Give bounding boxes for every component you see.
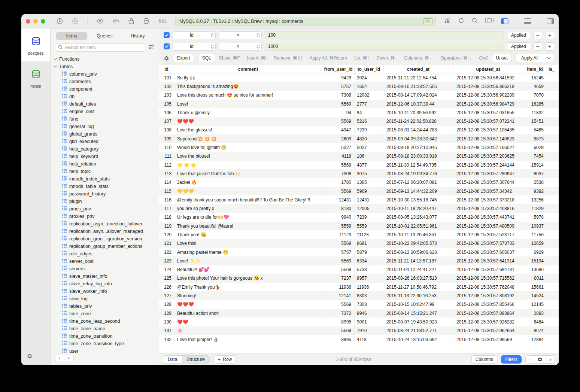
table-row[interactable]: 123Love! ✨✨556963342015-11-21 14:13:57.1…: [159, 256, 559, 265]
table-item-time_zone[interactable]: time_zone: [54, 310, 159, 317]
filter-column-select[interactable]: id: [173, 31, 216, 39]
focus-mode-icon[interactable]: [485, 18, 494, 25]
column-header-to_user_id[interactable]: to_user_id: [355, 65, 383, 73]
table-item-help_keyword[interactable]: help_keyword: [54, 153, 159, 160]
table-item-role_edges[interactable]: role_edges: [54, 250, 159, 258]
minimize-window-button[interactable]: [33, 19, 38, 24]
filter-applied-button[interactable]: Applied: [507, 31, 530, 39]
table-item-tables_priv[interactable]: tables_priv: [54, 303, 159, 310]
add-filter-button[interactable]: +: [545, 31, 554, 39]
table-item-func[interactable]: func: [54, 115, 159, 123]
sql-button[interactable]: SQL: [198, 54, 215, 62]
table-row[interactable]: 107❤️❤️❤️556952162015-11-24 22:02:58.828…: [159, 117, 559, 125]
connection-title-field[interactable]: MySQL 8.0.27 : TLSv1.2 : MySQL Brew : my…: [175, 17, 436, 26]
previous-page-icon[interactable]: ‹: [526, 356, 534, 363]
table-row[interactable]: 105Love!556927772015-12-06 10:37:39.4420…: [159, 100, 559, 108]
table-item-replication_asyn...ailover_managed[interactable]: replication_asyn...ailover_managed: [54, 228, 159, 235]
table-item-help_topic[interactable]: help_topic: [54, 168, 159, 175]
table-row[interactable]: 114Jacket 🔥178013652015-07-12 06:20:07.0…: [159, 178, 559, 187]
table-item-columns_priv[interactable]: columns_priv: [54, 70, 159, 78]
table-row[interactable]: 103Love this dress so much 😍 so nice for…: [159, 91, 559, 100]
filter-column-select[interactable]: id: [173, 43, 216, 51]
table-item-innodb_index_stats[interactable]: innodb_index_stats: [54, 175, 159, 183]
table-item-help_category[interactable]: help_category: [54, 145, 159, 153]
table-item-server_cost[interactable]: server_cost: [54, 258, 159, 265]
filter-enabled-checkbox[interactable]: [164, 43, 170, 49]
table-item-servers[interactable]: servers: [54, 265, 159, 273]
table-row[interactable]: 112🌟 🌟 🌟556948772015-11-30 12:54:49.7352…: [159, 161, 559, 169]
tree-section-functions[interactable]: Functions: [54, 55, 159, 63]
filter-options-icon[interactable]: [148, 44, 154, 51]
table-row[interactable]: 115💛💛💛556959692015-09-13 14:44:32.209201…: [159, 187, 559, 195]
table-row[interactable]: 126@Emily Thank you💃11936119362015-11-27…: [159, 283, 559, 291]
connection-mysql[interactable]: mysql: [21, 61, 50, 94]
next-page-icon[interactable]: ›: [546, 356, 555, 363]
table-row[interactable]: 102This background is amazing😍5757165420…: [159, 82, 559, 91]
table-item-global_grants[interactable]: global_grants: [54, 130, 159, 138]
table-row[interactable]: 127Stunning!1214183032015-11-13 22:30:16…: [159, 291, 559, 300]
apply-all-button[interactable]: Apply All: [516, 54, 554, 62]
table-item-comments[interactable]: comments: [54, 78, 159, 85]
table-item-slave_master_info[interactable]: slave_master_info: [54, 273, 159, 280]
search-icon[interactable]: [472, 18, 478, 25]
column-header-from_user_id[interactable]: from_user_id: [322, 65, 355, 73]
table-row[interactable]: 110Would love to! @mith 😁502750272015-08…: [159, 143, 559, 152]
table-item-general_log[interactable]: general_log: [54, 123, 159, 130]
table-item-time_zone_leap_second[interactable]: time_zone_leap_second: [54, 317, 159, 325]
table-item-procs_priv[interactable]: procs_priv: [54, 205, 159, 213]
close-window-button[interactable]: [26, 19, 30, 24]
tab-items[interactable]: Items: [56, 32, 87, 40]
preview-eye-icon[interactable]: [97, 19, 104, 24]
filters-button[interactable]: Filters: [501, 355, 522, 364]
search-input[interactable]: [64, 45, 142, 50]
table-item-db[interactable]: db: [54, 93, 159, 100]
table-item-replication_asyn...nnection_failover[interactable]: replication_asyn...nnection_failover: [54, 220, 159, 228]
column-header-comment[interactable]: comment: [174, 65, 322, 73]
columns-button[interactable]: Columns: [471, 355, 497, 364]
table-item-replication_group_member_actions[interactable]: replication_group_member_actions: [54, 243, 159, 250]
table-item-time_zone_transition_type[interactable]: time_zone_transition_type: [54, 340, 159, 347]
table-row[interactable]: 120Thank you! 😘11123111232015-10-11 13:2…: [159, 230, 559, 239]
filter-value-input[interactable]: [265, 43, 504, 51]
table-item-slave_worker_info[interactable]: slave_worker_info: [54, 288, 159, 295]
table-row[interactable]: 119Thank you beautiful @laurel5559555920…: [159, 222, 559, 230]
table-row[interactable]: 130❤️❤️899590012015-08-07 19:43:50.92320…: [159, 317, 559, 326]
commit-list-icon[interactable]: [113, 18, 119, 24]
table-item-slave_relay_log_info[interactable]: slave_relay_log_info: [54, 280, 159, 288]
sql-editor-button[interactable]: SQL: [159, 19, 167, 23]
disconnect-icon[interactable]: [72, 18, 78, 24]
tab-queries[interactable]: Queries: [89, 32, 120, 40]
data-tab[interactable]: Data: [163, 356, 182, 363]
table-row[interactable]: 111Love the blouse!41181862015-08-18 23:…: [159, 152, 559, 161]
filter-enabled-checkbox[interactable]: [164, 32, 170, 38]
table-item-password_history[interactable]: password_history: [54, 190, 159, 198]
table-item-time_zone_name[interactable]: time_zone_name: [54, 325, 159, 332]
table-row[interactable]: 124Beautiful!! 💕💕556957332015-11-04 12:2…: [159, 265, 559, 274]
tree-section-tables[interactable]: Tables: [54, 63, 159, 70]
chart-icon[interactable]: [444, 18, 451, 25]
connection-settings-gear-icon[interactable]: [21, 353, 50, 365]
lock-icon[interactable]: [128, 18, 134, 24]
filter-settings-gear-icon[interactable]: [164, 55, 169, 61]
add-filter-button[interactable]: +: [545, 42, 554, 51]
table-item-user[interactable]: user: [54, 347, 159, 353]
table-row[interactable]: 128❤️❤️❤️556973082015-10-15 10:02:47.992…: [159, 300, 559, 309]
add-item-button[interactable]: +: [55, 355, 64, 361]
table-row[interactable]: 101So fly 🙌🏼942920242015-11-21 22:12:54.…: [159, 73, 559, 82]
add-item-menu-button[interactable]: [64, 355, 73, 361]
toggle-right-panel-icon[interactable]: [547, 18, 554, 24]
table-row[interactable]: 109Supercool💥 💥 💥260948202015-09-04 09:2…: [159, 134, 559, 143]
table-row[interactable]: 116@emily thank you soooo much beautiful…: [159, 195, 559, 204]
remove-filter-button[interactable]: −: [533, 42, 542, 51]
database-icon[interactable]: [143, 18, 150, 24]
column-header-created_at[interactable]: created_at: [383, 65, 453, 73]
filter-value-input[interactable]: [265, 31, 504, 39]
table-item-engine_cost[interactable]: engine_cost: [54, 108, 159, 115]
table-item-default_roles[interactable]: default_roles: [54, 100, 159, 108]
table-row[interactable]: 125Love this photo! Your hair is gorgeou…: [159, 274, 559, 283]
add-row-button[interactable]: + Row: [213, 355, 236, 364]
table-row[interactable]: 113Love that jacket! Outfit is fab 🙌🏻730…: [159, 169, 559, 178]
table-item-plugin[interactable]: plugin: [54, 198, 159, 205]
table-row[interactable]: 121Love this!556986912015-10-22 09:42:05…: [159, 239, 559, 248]
table-row[interactable]: 131🌸556979102015-08-24 21:08:52.7712015-…: [159, 326, 559, 335]
